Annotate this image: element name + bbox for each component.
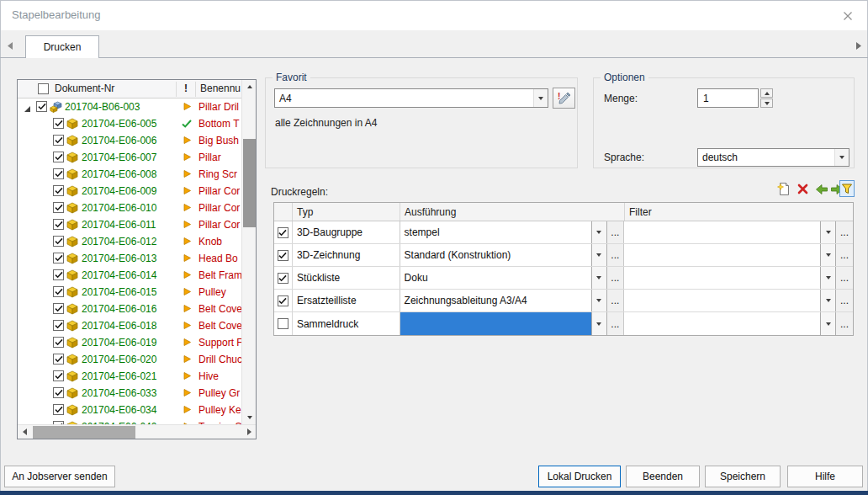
filter-dropdown-button[interactable] [820,312,836,335]
tree-row[interactable]: 201704-E06-014Belt Fram [18,267,241,284]
rule-checkbox-cell[interactable] [274,267,293,289]
rule-ausfuehrung-cell[interactable]: stempel [400,221,591,243]
beenden-button[interactable]: Beenden [626,466,700,487]
row-checkbox[interactable] [53,354,64,365]
scroll-right-button[interactable] [242,425,256,439]
dropdown-arrow-icon[interactable] [533,89,548,107]
rule-checkbox-cell[interactable] [274,221,293,243]
tree-row[interactable]: 201704-E06-012Knob [18,233,241,250]
scroll-left-button[interactable] [18,425,31,439]
tree-row[interactable]: 201704-E06-009Pillar Cor [18,183,241,200]
row-checkbox[interactable] [53,303,64,314]
tree-row[interactable]: 201704-E06-007Pillar [18,149,241,166]
rule-filter-cell[interactable] [624,290,820,311]
apply-favorit-button[interactable]: ! [553,88,575,109]
rule-filter-cell[interactable] [624,244,820,266]
filter-browse-button[interactable]: ... [836,290,853,311]
column-header-benennung[interactable]: Benennu [200,82,241,94]
tab-drucken[interactable]: Drucken [25,35,99,58]
tree-row[interactable]: 201704-B06-003Pillar Dril [18,98,241,115]
ausfuehrung-dropdown-button[interactable] [591,244,607,266]
row-checkbox[interactable] [36,101,47,112]
ausfuehrung-dropdown-button[interactable] [591,290,607,311]
expand-icon[interactable] [24,104,31,115]
row-checkbox[interactable] [53,253,64,263]
tree-row[interactable]: 201704-E06-018Belt Cove [18,317,241,334]
hilfe-button[interactable]: Hilfe [787,466,863,487]
rule-typ-cell[interactable]: 3D-Baugruppe [293,221,400,243]
rule-filter-cell[interactable] [624,312,820,335]
rule-ausfuehrung-cell[interactable] [400,312,591,335]
favorit-combobox[interactable]: A4 [274,88,548,108]
vertical-scrollbar[interactable] [241,80,256,424]
filter-dropdown-button[interactable] [820,244,836,266]
select-all-checkbox[interactable] [38,83,49,94]
dropdown-arrow-icon[interactable] [834,149,849,166]
add-rule-button[interactable] [775,181,791,197]
tree-row[interactable]: 201704-E06-019Support F [18,334,241,351]
sprache-combobox[interactable]: deutsch [697,148,849,167]
row-checkbox[interactable] [53,185,64,196]
rule-checkbox-cell[interactable] [274,244,293,266]
row-checkbox[interactable] [53,135,64,146]
tree-row[interactable]: 201704-E06-005Bottom T [18,115,241,132]
lokal-drucken-button[interactable]: Lokal Drucken [538,466,621,487]
tree-row[interactable]: 201704-E06-010Pillar Cor [18,200,241,216]
tree-row[interactable]: 201704-E06-021Hive [18,368,241,385]
delete-rule-button[interactable] [795,181,811,197]
row-checkbox[interactable] [53,286,64,297]
rule-typ-cell[interactable]: Stückliste [293,267,400,289]
filter-browse-button[interactable]: ... [836,312,853,335]
ausfuehrung-dropdown-button[interactable] [591,267,607,289]
horizontal-scrollbar-thumb[interactable] [33,426,135,439]
row-checkbox[interactable] [53,404,64,415]
row-checkbox[interactable] [53,320,64,331]
row-checkbox[interactable] [53,387,64,398]
rule-typ-cell[interactable]: Sammeldruck [293,312,400,335]
tree-row[interactable]: 201704-E06-040Turning S [18,418,241,424]
tab-scroll-right-button[interactable] [853,39,865,52]
rule-ausfuehrung-cell[interactable]: Standard (Konstruktion) [400,244,591,266]
row-checkbox[interactable] [53,118,64,129]
filter-browse-button[interactable]: ... [836,221,853,243]
horizontal-scrollbar[interactable] [18,424,256,439]
spinner-down-button[interactable] [760,98,773,108]
filter-dropdown-button[interactable] [820,267,836,289]
row-checkbox[interactable] [53,152,64,162]
tree-row[interactable]: 201704-E06-033Pulley Gr [18,385,241,402]
ausfuehrung-browse-button[interactable]: ... [607,244,624,266]
filter-dropdown-button[interactable] [820,221,836,243]
tree-row[interactable]: 201704-E06-016Belt Cove [18,301,241,317]
rule-checkbox-cell[interactable] [274,312,293,335]
rule-filter-cell[interactable] [624,267,820,289]
tree-row[interactable]: 201704-E06-011Pillar Cor [18,216,241,233]
row-checkbox[interactable] [53,269,64,280]
filter-browse-button[interactable]: ... [836,267,853,289]
move-left-button[interactable] [813,181,829,197]
ausfuehrung-dropdown-button[interactable] [591,221,607,243]
ausfuehrung-browse-button[interactable]: ... [607,290,624,311]
tree-row[interactable]: 201704-E06-015Pulley [18,284,241,301]
row-checkbox[interactable] [53,370,64,381]
scroll-down-button[interactable] [242,411,257,424]
jobserver-button[interactable]: An Jobserver senden [4,466,115,487]
ausfuehrung-browse-button[interactable]: ... [607,221,624,243]
tree-row[interactable]: 201704-E06-034Pulley Ke [18,402,241,418]
scroll-up-button[interactable] [242,80,257,93]
filter-dropdown-button[interactable] [820,290,836,311]
row-checkbox[interactable] [53,236,64,247]
row-checkbox[interactable] [53,219,64,230]
row-checkbox[interactable] [53,337,64,348]
rule-typ-cell[interactable]: 3D-Zeichnung [293,244,400,266]
row-checkbox[interactable] [53,202,64,213]
tree-row[interactable]: 201704-E06-006Big Bush [18,132,241,149]
menge-input[interactable]: 1 [697,88,759,108]
ausfuehrung-browse-button[interactable]: ... [607,267,624,289]
rule-checkbox-cell[interactable] [274,290,293,311]
ausfuehrung-dropdown-button[interactable] [591,312,607,335]
tree-row[interactable]: 201704-E06-008Ring Scr [18,166,241,183]
filter-toggle-button[interactable] [839,180,855,197]
spinner-up-button[interactable] [760,88,773,98]
column-header-status[interactable]: ! [178,82,193,94]
column-header-dokument-nr[interactable]: Dokument-Nr [55,82,114,94]
